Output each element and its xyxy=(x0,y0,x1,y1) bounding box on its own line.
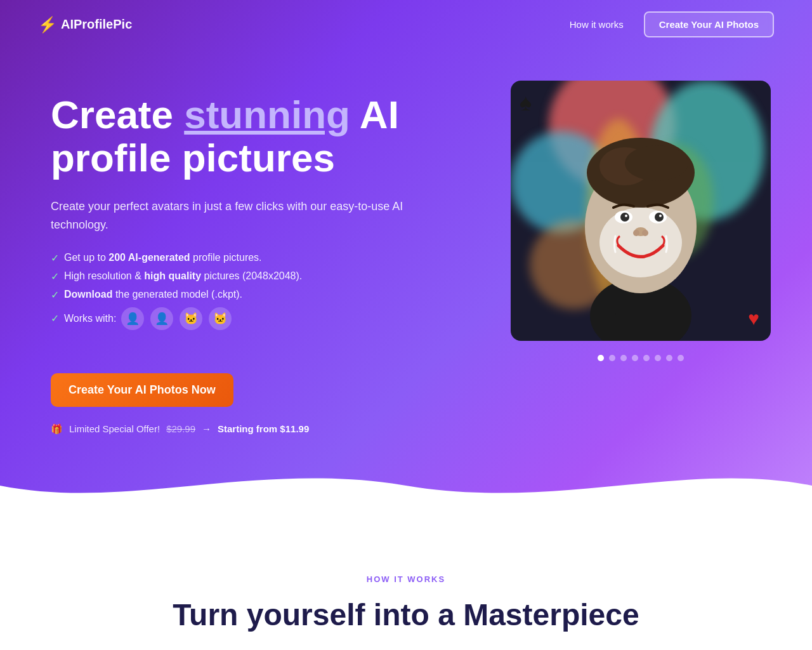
carousel-dot-5[interactable] xyxy=(643,355,650,361)
section-title: Turn yourself into a Masterpiece xyxy=(38,597,774,633)
feature-2-text: High resolution & high quality pictures … xyxy=(64,270,302,282)
nav-links: How it works Create Your AI Photos xyxy=(570,11,774,37)
how-it-works-link[interactable]: How it works xyxy=(570,19,624,30)
feature-1: ✓ Get up to 200 AI-generated profile pic… xyxy=(51,252,419,264)
feature-3-text: Download the generated model (.ckpt). xyxy=(64,289,242,300)
logo-text: AIProfilePic xyxy=(61,17,132,32)
hero-title-part1: Create xyxy=(51,93,184,136)
works-with-label: Works with: xyxy=(64,313,116,324)
check-icon-2: ✓ xyxy=(51,270,59,282)
navbar: ⚡ AIProfilePic How it works Create Your … xyxy=(0,0,812,49)
carousel-dot-3[interactable] xyxy=(620,355,627,361)
how-it-works-section: HOW IT WORKS Turn yourself into a Master… xyxy=(0,511,812,650)
carousel-dots xyxy=(598,355,684,361)
svg-point-14 xyxy=(659,215,662,217)
check-icon-3: ✓ xyxy=(51,289,59,301)
hero-left: Create stunning AI profile pictures Crea… xyxy=(51,81,419,435)
check-icon-1: ✓ xyxy=(51,252,59,264)
hero-title: Create stunning AI profile pictures xyxy=(51,93,419,180)
joker-illustration xyxy=(511,81,771,341)
hero-image-card: ♠ xyxy=(511,81,771,341)
platform-icons: 👤 👤 🐱 🐱 xyxy=(121,307,232,330)
check-icon-4: ✓ xyxy=(51,312,59,324)
svg-point-11 xyxy=(620,213,629,222)
carousel-dot-1[interactable] xyxy=(598,355,604,361)
nav-cta-button[interactable]: Create Your AI Photos xyxy=(644,11,774,37)
svg-point-13 xyxy=(625,215,627,217)
hero-features: ✓ Get up to 200 AI-generated profile pic… xyxy=(51,252,419,330)
heart-card-icon: ♥ xyxy=(748,308,759,329)
offer-gift-icon: 🎁 xyxy=(51,423,63,435)
price-new: Starting from $11.99 xyxy=(218,423,309,434)
hero-right: ♠ xyxy=(508,81,774,361)
logo-icon: ⚡ xyxy=(38,16,57,34)
hero-content: Create stunning AI profile pictures Crea… xyxy=(0,49,812,460)
svg-point-8 xyxy=(599,208,682,277)
platform-icon-3: 🐱 xyxy=(180,307,202,330)
platform-icon-2: 👤 xyxy=(150,307,173,330)
carousel-dot-4[interactable] xyxy=(632,355,638,361)
hero-cta-button[interactable]: Create Your AI Photos Now xyxy=(51,373,233,407)
svg-point-16 xyxy=(633,230,639,236)
hero-title-ai: AI xyxy=(350,93,399,136)
price-old: $29.99 xyxy=(166,423,195,434)
carousel-dot-8[interactable] xyxy=(678,355,684,361)
wave-divider xyxy=(0,460,812,511)
feature-1-text: Get up to 200 AI-generated profile pictu… xyxy=(64,252,262,263)
carousel-dot-7[interactable] xyxy=(666,355,672,361)
platform-icon-4: 🐱 xyxy=(209,307,232,330)
offer-label: Limited Special Offer! xyxy=(69,423,160,434)
hero-title-accent: stunning xyxy=(184,93,350,136)
arrow-icon: → xyxy=(202,423,211,434)
svg-point-17 xyxy=(642,230,648,236)
svg-point-12 xyxy=(655,213,664,222)
logo[interactable]: ⚡ AIProfilePic xyxy=(38,16,132,34)
hero-subtitle: Create your perfect avatars in just a fe… xyxy=(51,197,419,234)
spade-card-icon: ♠ xyxy=(520,90,532,116)
section-label: HOW IT WORKS xyxy=(38,574,774,584)
platform-icon-1: 👤 xyxy=(121,307,144,330)
svg-point-7 xyxy=(625,145,688,181)
carousel-dot-6[interactable] xyxy=(655,355,661,361)
carousel-dot-2[interactable] xyxy=(609,355,615,361)
hero-title-line2: profile pictures xyxy=(51,136,335,180)
feature-3: ✓ Download the generated model (.ckpt). xyxy=(51,289,419,301)
feature-4: ✓ Works with: 👤 👤 🐱 🐱 xyxy=(51,307,419,330)
feature-2: ✓ High resolution & high quality picture… xyxy=(51,270,419,282)
offer-row: 🎁 Limited Special Offer! $29.99 → Starti… xyxy=(51,423,419,435)
hero-section: ⚡ AIProfilePic How it works Create Your … xyxy=(0,0,812,511)
